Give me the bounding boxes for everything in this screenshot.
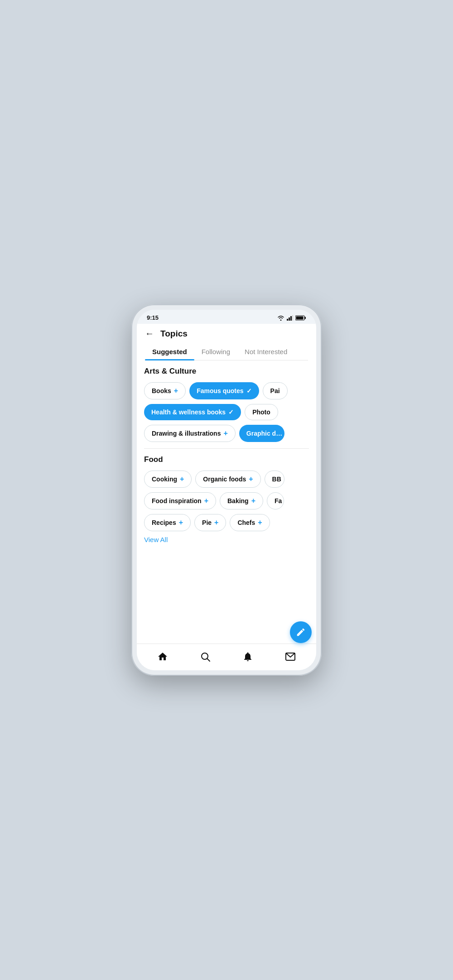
arts-row-2: Health & wellness books ✓ Photo — [144, 404, 309, 420]
section-title-arts: Arts & Culture — [144, 367, 309, 376]
svg-rect-6 — [296, 316, 304, 319]
section-arts-culture: Arts & Culture Books + Famous quotes ✓ P… — [144, 367, 309, 442]
section-divider-1 — [144, 448, 309, 449]
check-icon: ✓ — [228, 408, 234, 416]
home-icon — [157, 651, 168, 662]
chip-cooking[interactable]: Cooking + — [144, 471, 192, 488]
nav-notifications[interactable] — [236, 649, 260, 664]
content-area: Arts & Culture Books + Famous quotes ✓ P… — [137, 360, 316, 644]
chip-food-inspiration[interactable]: Food inspiration + — [144, 492, 216, 509]
header: ← Topics Suggested Following Not Interes… — [137, 324, 316, 360]
food-row-3: Recipes + Pie + Chefs + — [144, 514, 309, 531]
food-row-2: Food inspiration + Baking + Fa — [144, 492, 309, 509]
status-icons — [277, 315, 306, 321]
bell-icon — [242, 651, 253, 662]
svg-rect-5 — [305, 317, 306, 319]
chip-baking[interactable]: Baking + — [220, 492, 263, 509]
chip-famous-quotes[interactable]: Famous quotes ✓ — [189, 382, 259, 399]
chip-recipes[interactable]: Recipes + — [144, 514, 191, 531]
svg-rect-3 — [292, 315, 293, 321]
battery-icon — [295, 315, 306, 321]
svg-line-8 — [207, 659, 210, 662]
phone-screen: 9:15 — [137, 310, 316, 670]
chip-photography-partial[interactable]: Photo — [245, 404, 278, 420]
chip-graphic-design-partial[interactable]: Graphic d… — [239, 425, 284, 442]
plus-icon: + — [258, 519, 262, 527]
nav-home[interactable] — [151, 649, 174, 664]
chip-organic-foods[interactable]: Organic foods + — [195, 471, 260, 488]
tab-suggested[interactable]: Suggested — [145, 344, 194, 360]
arts-row-3: Drawing & illustrations + Graphic d… — [144, 425, 309, 442]
signal-icon — [287, 315, 293, 321]
nav-search[interactable] — [193, 649, 217, 664]
chip-health-wellness[interactable]: Health & wellness books ✓ — [144, 404, 241, 420]
page-title: Topics — [160, 329, 188, 339]
svg-rect-2 — [290, 316, 292, 321]
tab-not-interested[interactable]: Not Interested — [237, 344, 294, 360]
chip-bbq-partial[interactable]: BB — [265, 471, 284, 488]
tab-following[interactable]: Following — [194, 344, 237, 360]
search-icon — [200, 651, 211, 662]
plus-icon: + — [179, 519, 183, 527]
view-all-food[interactable]: View All — [144, 536, 309, 543]
chip-drawing[interactable]: Drawing & illustrations + — [144, 425, 236, 442]
plus-icon: + — [249, 475, 253, 483]
compose-icon — [296, 627, 306, 637]
plus-icon: + — [174, 387, 178, 395]
chip-farm-partial[interactable]: Fa — [267, 492, 284, 509]
bottom-nav — [137, 644, 316, 670]
chip-books[interactable]: Books + — [144, 382, 186, 399]
plus-icon: + — [251, 497, 255, 505]
status-bar: 9:15 — [137, 310, 316, 324]
svg-rect-0 — [287, 319, 288, 321]
svg-rect-1 — [289, 317, 290, 321]
check-icon: ✓ — [246, 387, 252, 394]
nav-messages[interactable] — [279, 649, 302, 664]
chip-pie[interactable]: Pie + — [194, 514, 226, 531]
plus-icon: + — [180, 475, 184, 483]
section-food: Food Cooking + Organic foods + BB — [144, 455, 309, 543]
chip-chefs[interactable]: Chefs + — [230, 514, 270, 531]
phone-frame: 9:15 — [131, 304, 322, 676]
mail-icon — [285, 651, 296, 662]
section-title-food: Food — [144, 455, 309, 464]
tabs: Suggested Following Not Interested — [145, 344, 308, 360]
plus-icon: + — [204, 497, 208, 505]
food-row-1: Cooking + Organic foods + BB — [144, 471, 309, 488]
back-button[interactable]: ← — [145, 328, 154, 339]
chip-painting-partial[interactable]: Pai — [263, 382, 288, 399]
plus-icon: + — [214, 519, 218, 527]
compose-fab[interactable] — [290, 621, 312, 643]
wifi-icon — [277, 315, 284, 321]
plus-icon: + — [223, 429, 227, 437]
status-time: 9:15 — [147, 314, 159, 321]
arts-row-1: Books + Famous quotes ✓ Pai — [144, 382, 309, 399]
